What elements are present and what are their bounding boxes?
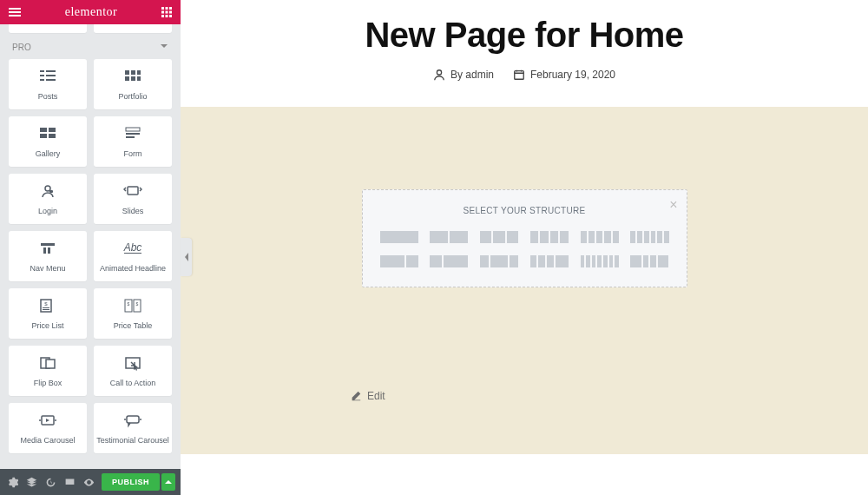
structure-option[interactable] (430, 231, 468, 243)
flipbox-icon (38, 354, 57, 372)
structure-option[interactable] (380, 255, 418, 267)
widget-cta[interactable]: Call to Action (94, 346, 172, 396)
category-pro-header[interactable]: PRO (9, 33, 172, 59)
widget-label: Price Table (114, 321, 152, 331)
widget-login[interactable]: Login (9, 174, 87, 224)
svg-rect-29 (126, 133, 140, 135)
page-title: New Page for Home (181, 16, 868, 55)
widget-gallery[interactable]: Gallery (9, 116, 87, 167)
brand-logo: elementor (65, 5, 117, 19)
mediacar-icon (38, 412, 57, 429)
sidebar-header: elementor (0, 0, 181, 24)
widget-drop-area[interactable]: × SELECT YOUR STRUCTURE Edit (181, 107, 868, 454)
widget-card[interactable] (9, 24, 87, 33)
widget-slides[interactable]: Slides (94, 174, 172, 224)
svg-rect-39 (43, 307, 49, 308)
widget-navmenu[interactable]: Nav Menu (9, 231, 87, 281)
structure-row (380, 255, 669, 267)
svg-rect-34 (41, 243, 55, 246)
widget-label: Login (38, 207, 57, 216)
svg-text:$: $ (128, 301, 130, 307)
publish-group: PUBLISH (102, 473, 175, 491)
widget-label: Price List (31, 321, 63, 331)
widget-label: Slides (122, 207, 144, 216)
history-icon[interactable] (43, 474, 57, 490)
svg-rect-35 (43, 248, 46, 254)
widget-testcar[interactable]: Testimonial Carousel (94, 403, 172, 453)
author-meta: By admin (433, 69, 494, 81)
chevron-down-icon[interactable] (160, 42, 168, 52)
hamburger-icon[interactable] (9, 8, 21, 16)
svg-rect-15 (46, 75, 56, 76)
svg-rect-13 (46, 70, 56, 72)
structure-option[interactable] (480, 255, 518, 267)
edit-section-link[interactable]: Edit (350, 390, 385, 402)
widget-label: Animated Headline (100, 264, 166, 274)
svg-rect-6 (161, 11, 164, 14)
structure-option[interactable] (530, 255, 569, 267)
grid-menu-icon[interactable] (161, 7, 172, 17)
category-pro-label: PRO (12, 43, 31, 52)
structure-title: SELECT YOUR STRUCTURE (380, 206, 669, 215)
publish-options-button[interactable] (161, 473, 175, 491)
responsive-icon[interactable] (63, 474, 77, 490)
structure-option[interactable] (581, 255, 619, 267)
sidebar-footer: PUBLISH (0, 469, 181, 495)
user-icon (433, 69, 445, 81)
widget-label: Media Carousel (20, 436, 75, 446)
settings-icon[interactable] (5, 474, 19, 490)
svg-rect-12 (40, 70, 44, 72)
widget-label: Call to Action (110, 379, 156, 388)
widget-label: Gallery (36, 149, 61, 159)
navigator-icon[interactable] (24, 474, 38, 490)
preview-icon[interactable] (82, 474, 96, 490)
svg-rect-21 (125, 76, 129, 81)
structure-option[interactable] (380, 231, 418, 243)
svg-rect-46 (46, 360, 55, 368)
collapse-sidebar-handle[interactable] (181, 238, 192, 276)
structure-option[interactable] (430, 255, 468, 267)
svg-point-52 (124, 419, 126, 420)
svg-rect-4 (165, 7, 168, 10)
widget-mediacar[interactable]: Media Carousel (9, 403, 87, 453)
widget-card[interactable] (94, 24, 172, 33)
svg-rect-16 (40, 79, 44, 81)
svg-rect-23 (137, 76, 141, 81)
structure-option[interactable] (630, 255, 668, 267)
date-meta: February 19, 2020 (513, 69, 615, 81)
testcar-icon (123, 412, 142, 429)
structure-option[interactable] (530, 231, 569, 243)
structure-selector: × SELECT YOUR STRUCTURE (362, 189, 687, 287)
structure-option[interactable] (630, 231, 668, 243)
svg-rect-2 (9, 15, 21, 16)
widget-flipbox[interactable]: Flip Box (9, 346, 87, 396)
widget-headline[interactable]: AbcAnimated Headline (94, 231, 172, 281)
editor-canvas: New Page for Home By admin February 19, … (181, 0, 868, 495)
svg-rect-32 (49, 190, 53, 193)
svg-rect-22 (131, 76, 135, 81)
svg-rect-33 (128, 187, 138, 195)
structure-option[interactable] (581, 231, 619, 243)
svg-rect-18 (125, 70, 129, 75)
publish-button[interactable]: PUBLISH (102, 473, 160, 491)
svg-rect-5 (169, 7, 172, 10)
widget-posts[interactable]: Posts (9, 59, 87, 109)
structure-option[interactable] (480, 231, 518, 243)
widget-pricetable[interactable]: $$Price Table (94, 288, 172, 339)
svg-rect-27 (49, 134, 56, 138)
svg-text:$: $ (136, 301, 139, 307)
widget-label: Flip Box (34, 379, 62, 388)
widget-label: Form (124, 149, 142, 159)
widget-panel[interactable]: PRO PostsPortfolioGalleryFormLoginSlides… (0, 24, 181, 469)
navmenu-icon (38, 240, 57, 257)
svg-rect-24 (40, 128, 47, 132)
widget-pricelist[interactable]: $Price List (9, 288, 87, 339)
close-icon[interactable]: × (669, 197, 677, 213)
widget-form[interactable]: Form (94, 116, 172, 167)
svg-rect-30 (126, 136, 135, 138)
svg-rect-1 (9, 11, 21, 13)
widget-portfolio[interactable]: Portfolio (94, 59, 172, 109)
svg-rect-8 (169, 11, 172, 14)
login-icon (38, 182, 57, 200)
slides-icon (123, 182, 142, 200)
